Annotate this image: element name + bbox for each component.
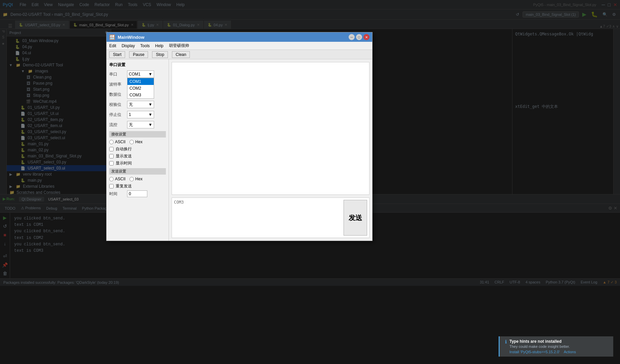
modal-right-panel: COM3 发送 [169,59,372,241]
time-input[interactable] [127,190,147,197]
port-label: 串口 [109,71,124,77]
modal-titlebar-btns: ─ □ ✕ [349,34,370,40]
notification-icon: ℹ [505,339,507,344]
parity-label: 校验位 [109,102,124,108]
parity-arrow: ▼ [148,102,152,107]
ascii-radio-label[interactable]: ASCII [109,140,125,144]
showsend-label: 显示发送 [116,153,132,159]
port-select[interactable]: COM1 ▼ [127,70,154,78]
port-opt-com2[interactable]: COM2 [127,85,154,92]
modal-stop-btn[interactable]: Stop [152,51,168,58]
flow-arrow: ▼ [148,122,152,127]
send-hex-radio[interactable] [129,177,134,181]
modal-menu-tools[interactable]: Tools [140,43,150,48]
modal-menubar: Edit Display Tools Help 胡登硕很帅 [107,42,372,50]
port-dropdown-arrow: ▼ [148,72,152,77]
modal-window: 🪟 MainWindow ─ □ ✕ Edit Display Tools He… [106,32,373,241]
flow-select[interactable]: 无 ▼ [127,121,154,128]
showtime-checkbox[interactable] [109,161,114,165]
time-row: 时间 [109,190,166,197]
notification-title: Type hints are not installed [509,339,576,344]
hex-radio-label[interactable]: Hex [129,140,142,144]
databits-label: 数据位 [109,92,124,97]
modal-body: 串口设置 串口 COM1 ▼ COM1 COM2 COM3 [107,59,372,241]
send-ascii-label[interactable]: ASCII [109,177,125,181]
hex-radio[interactable] [129,140,134,144]
parity-select[interactable]: 无 ▼ [127,101,154,108]
notification-bar: ℹ Type hints are not installed They coul… [499,336,613,357]
notification-text: Type hints are not installed They could … [509,339,576,354]
send-section: 发送设置 [109,168,166,175]
receive-mode-row: ASCII Hex [109,140,166,144]
repeat-row: 重复发送 [109,183,166,189]
modal-app-icon: 🪟 [109,34,115,40]
modal-title: MainWindow [118,35,144,40]
modal-menu-help[interactable]: Help [155,43,164,48]
parity-row: 校验位 无 ▼ [109,101,166,108]
notification-action[interactable]: Actions [564,350,576,354]
modal-close[interactable]: ✕ [363,34,370,40]
modal-menu-custom[interactable]: 胡登硕很帅 [169,43,189,49]
send-ascii-radio[interactable] [109,177,114,181]
modal-pause-btn[interactable]: Pause [129,51,148,58]
port-opt-com3[interactable]: COM3 [127,92,154,98]
modal-start-btn[interactable]: Start [109,51,125,58]
autowrap-row: 自动换行 [109,146,166,152]
modal-minimize[interactable]: ─ [349,34,355,40]
modal-titlebar: 🪟 MainWindow ─ □ ✕ [107,32,372,42]
port-dropdown: COM1 COM2 COM3 [127,78,154,99]
flow-value: 无 [129,122,133,128]
send-area: COM3 发送 [172,198,370,238]
send-textarea[interactable]: COM3 [174,200,341,236]
modal-left-panel: 串口设置 串口 COM1 ▼ COM1 COM2 COM3 [107,59,169,241]
port-opt-com1[interactable]: COM1 [127,78,154,85]
showtime-label: 显示时间 [116,160,132,166]
modal-clean-btn[interactable]: Clean [172,51,190,58]
repeat-label: 重复发送 [116,183,132,189]
time-label: 时间 [109,191,124,197]
showsend-checkbox[interactable] [109,154,114,158]
notification-content: ℹ Type hints are not installed They coul… [505,339,608,354]
stopbits-label: 停止位 [109,112,124,118]
port-select-wrapper: COM1 ▼ COM1 COM2 COM3 [127,70,166,78]
send-hex-label[interactable]: Hex [129,177,142,181]
receive-area [172,62,370,195]
notification-body: They could make code insight better. [509,344,576,348]
send-mode-row: ASCII Hex [109,177,166,181]
serial-section: 串口设置 [109,62,166,68]
ascii-radio[interactable] [109,140,114,144]
baud-label: 波特率 [109,82,124,87]
stopbits-select[interactable]: 1 ▼ [127,111,154,118]
send-inner: COM3 发送 [174,200,367,236]
modal-toolbar: Start Pause Stop Clean [107,50,372,59]
autowrap-checkbox[interactable] [109,147,114,151]
stopbits-row: 停止位 1 ▼ [109,111,166,118]
modal-maximize[interactable]: □ [356,34,362,40]
repeat-checkbox[interactable] [109,184,114,188]
showsend-row: 显示发送 [109,153,166,159]
showtime-row: 显示时间 [109,160,166,166]
flow-row: 流控 无 ▼ [109,121,166,128]
port-value: COM1 [129,72,141,77]
receive-section: 接收设置 [109,131,166,138]
autowrap-label: 自动换行 [116,146,132,152]
flow-label: 流控 [109,122,124,128]
stopbits-arrow: ▼ [148,112,152,117]
send-button[interactable]: 发送 [344,200,367,236]
notification-link[interactable]: Install 'PyQt5-stubs==5.15.2.0' [509,350,560,354]
port-row: 串口 COM1 ▼ COM1 COM2 COM3 [109,70,166,78]
modal-menu-display[interactable]: Display [122,43,135,48]
parity-value: 无 [129,102,133,108]
notification-actions: Install 'PyQt5-stubs==5.15.2.0' Actions [509,350,576,354]
stopbits-value: 1 [129,112,131,117]
modal-menu-edit[interactable]: Edit [109,43,116,48]
